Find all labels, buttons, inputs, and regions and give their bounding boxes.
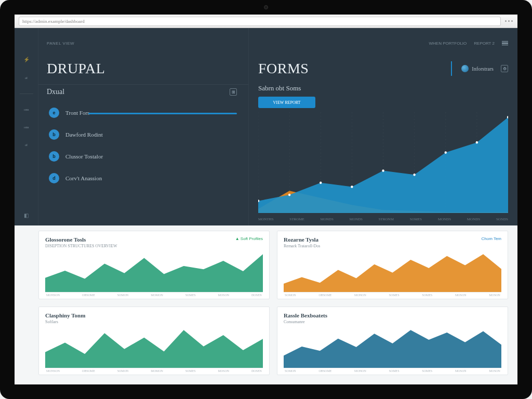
x-tick: MOSON [489,369,500,373]
main-chart-title: Sabrn obt Soms [258,84,508,92]
svg-point-11 [320,181,322,184]
x-tick: MOSON [455,294,467,297]
stat-card-0[interactable]: Glossorone Tosls DISEPTION STRUCTURES OV… [38,231,270,299]
svg-point-12 [351,185,353,188]
x-tick: DOSEN [251,369,262,373]
right-panel-header: WHEN PORTFOLIO REPORT 2 [249,28,517,58]
svg-point-13 [382,169,384,172]
nav-list: e Tront Forsb Dawford Rodintb Clussor To… [38,100,248,188]
x-tick: MONDS [350,217,363,221]
x-tick: MONSON [46,369,60,373]
card-title: Rozarne Tysla [284,236,320,243]
card-x-axis: SOMONOBSOMEMONONSOMESSOMESMOSONMOSON [284,368,501,373]
x-tick: STROME [289,217,304,221]
x-tick: MONTHS [258,217,274,221]
main-chart-x-axis: MONTHSSTROMEMONDSMONDSSTRONMSOMESMONDSMO… [249,216,517,225]
sidebar-item-2[interactable]: b Clussor Tostalor [47,147,237,166]
card-meta: ▲ Soft Profiles [235,236,263,241]
card-subtitle: Remark Trataroll-Dos [284,244,320,248]
card-meta: Chom Tem [481,236,501,241]
nav-label: Clussor Tostalor [65,153,103,159]
x-tick: OBSOME [318,294,331,297]
x-tick: SOMON [285,294,296,297]
x-tick: SOMES [389,294,399,297]
x-tick: SOMES [185,294,196,297]
section-title: FORMS [258,60,309,77]
title-divider [451,61,452,76]
x-tick: STRONM [379,217,394,221]
x-tick: SOMES [410,217,422,221]
dashboard-upper: ⚡ al ons ons al ◧ PANEL VIEW DRUPAL Dxua… [15,28,517,225]
right-panel: WHEN PORTFOLIO REPORT 2 FORMS Inforstrar… [248,28,517,225]
x-tick: MOSON [455,369,467,373]
stat-card-2[interactable]: Clasphiny Tonm Softlars MONSONOBSOMESOMO… [38,307,270,375]
x-tick: OBSOME [82,294,95,297]
card-x-axis: SOMONOBSOMEMONONSOMESSOMESMOSONMOSON [284,292,501,297]
x-tick: OBSOME [82,369,95,373]
nav-dot-icon: b [49,151,59,162]
card-chart [45,250,263,292]
sidebar-item-0[interactable]: e Tront Fors [47,103,237,122]
card-subtitle: Consumanre [284,320,327,324]
address-bar[interactable]: https://admin.example/dashboard [19,17,501,26]
nav-dot-icon: d [49,173,59,183]
main-chart [258,112,508,213]
settings-icon[interactable]: ⚙ [501,65,508,72]
side-rail: ⚡ al ons ons al ◧ [15,28,38,225]
x-tick: MONON [354,369,366,373]
browser-menu-icon[interactable] [504,20,513,22]
card-x-axis: MONSONOBSOMESOMONMOMONSOMESMOSONDOSEN [45,292,263,297]
x-tick: SOMES [389,369,399,373]
rail-item-0[interactable]: ons [24,108,29,112]
svg-point-14 [413,174,415,176]
x-tick: MOSON [218,294,229,297]
header-tag-0: WHEN PORTFOLIO [429,41,467,46]
x-tick: SOMON [285,369,296,373]
nav-label: Dawford Rodint [65,131,103,138]
nav-label: Corv't Anassion [65,175,102,181]
panel-tag: PANEL VIEW [47,41,74,46]
view-report-label: VIEW REPORT [273,100,301,105]
x-tick: MOSON [218,369,229,373]
user-name: Inforstrars [472,66,494,72]
panel-collapse-icon[interactable]: ⊞ [230,88,237,96]
card-x-axis: MONSONOBSOMESOMONMOMONSOMESMOSONDOSEN [45,368,263,373]
rail-divider [20,94,33,94]
x-tick: MOMON [151,369,163,373]
x-tick: SOMES [422,294,432,297]
device-camera [264,5,268,9]
rail-item-1[interactable]: ons [24,125,29,129]
svg-point-10 [288,194,290,196]
x-tick: MONON [354,294,366,297]
browser-bar: https://admin.example/dashboard [15,15,517,28]
sidebar-item-1[interactable]: b Dawford Rodint [47,125,237,144]
view-report-button[interactable]: VIEW REPORT [258,97,315,108]
stat-card-1[interactable]: Rozarne Tysla Remark Trataroll-Dos Chom … [277,231,508,299]
nav-dot-icon: e [49,108,59,118]
stat-card-3[interactable]: Rassle Bexboatets Consumanre SOMONOBSOME… [277,307,508,375]
x-tick: SOMES [422,369,432,373]
card-subtitle: DISEPTION STRUCTURES OVERVIEW [45,244,117,248]
x-tick: MONDS [438,217,451,221]
hamburger-icon[interactable] [502,41,508,46]
x-tick: SOMES [185,369,196,373]
x-tick: MONDS [321,217,334,221]
rail-item-2[interactable]: al [25,143,28,147]
user-chip[interactable]: Inforstrars [461,65,494,72]
x-tick: MONSON [46,294,60,297]
card-title: Clasphiny Tonm [45,312,85,318]
nav-label: Tront Fors [65,110,89,116]
header-tag-1: REPORT 2 [474,41,495,46]
card-chart [45,326,263,368]
x-tick: SOMON [117,369,129,373]
sidebar-item-3[interactable]: d Corv't Anassion [47,169,237,188]
card-chart [284,326,501,368]
nav-dot-icon: b [49,129,59,140]
card-chart [284,250,501,292]
x-tick: OBSOME [318,369,331,373]
card-title: Glossorone Tosls [45,236,117,243]
rail-footer-icon[interactable]: ◧ [23,212,30,218]
rail-bolt-icon[interactable]: ⚡ [23,56,30,62]
rail-brand: al [25,76,28,80]
x-tick: MONDS [467,217,480,221]
